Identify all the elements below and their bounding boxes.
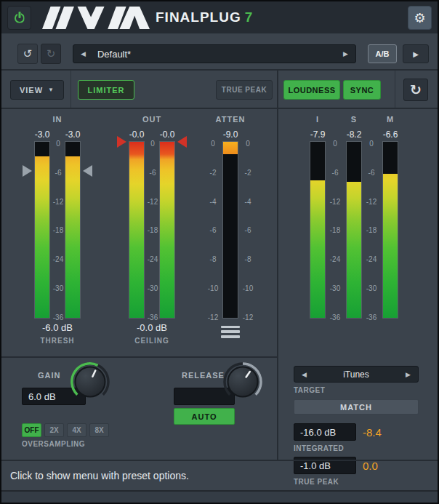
in-meter-right: [65, 142, 80, 318]
next-target-icon[interactable]: ▶: [406, 371, 411, 378]
scale-tick: -12: [241, 313, 255, 321]
view-dropdown[interactable]: VIEW ▼: [10, 80, 64, 100]
limiter-panel: VIEW ▼ LIMITER TRUE PEAK IN -3.0 -3.0: [1, 71, 277, 460]
scale-tick: -12: [363, 198, 380, 206]
scale-tick: -6: [241, 226, 255, 234]
target-name: iTunes: [307, 369, 406, 380]
scale-tick: -36: [144, 313, 161, 321]
in-meter-left: [35, 142, 49, 318]
meter-area: IN -3.0 -3.0 0 -6 -12 -18 -24 -30 -36: [1, 109, 277, 356]
scale-tick: -18: [49, 226, 67, 234]
out-value-left: -0.0: [122, 129, 151, 140]
scale-tick: -36: [363, 313, 380, 321]
next-preset-icon[interactable]: ▶: [343, 50, 348, 57]
ceiling-value: -0.0 dB: [116, 322, 188, 333]
atten-value: -9.0: [216, 129, 245, 140]
atten-meter: [223, 142, 238, 318]
tab-limiter[interactable]: LIMITER: [78, 80, 134, 100]
scale-tick: -30: [49, 284, 67, 292]
scale-tick: -8: [241, 255, 255, 263]
in-meter-scale: 0 -6 -12 -18 -24 -30 -36: [49, 142, 67, 318]
oversampling-2x-button[interactable]: 2X: [44, 423, 64, 437]
preset-name: Default*: [86, 49, 343, 60]
ab-compare-button[interactable]: A/B: [368, 44, 397, 63]
scale-tick: -4: [241, 198, 255, 206]
atten-label: ATTEN: [209, 115, 252, 124]
ceiling-label: CEILING: [116, 337, 188, 345]
release-knob[interactable]: [223, 362, 262, 401]
integrated-target-field[interactable]: -16.0 dB: [294, 423, 356, 441]
scale-tick: -24: [363, 255, 380, 263]
scale-tick: -10: [241, 284, 255, 292]
meter-unlit: [65, 142, 80, 156]
thresh-handle-left[interactable]: [23, 165, 32, 177]
page-title: FINALPLUG7: [156, 9, 253, 25]
tab-true-peak[interactable]: TRUE PEAK: [216, 80, 273, 100]
scale-tick: -30: [144, 284, 161, 292]
scale-tick: 0: [144, 140, 161, 148]
scale-tick: 0: [241, 140, 255, 148]
redo-button[interactable]: ↻: [41, 44, 61, 64]
match-button[interactable]: MATCH: [294, 399, 419, 415]
scale-tick: -2: [241, 169, 255, 177]
ceiling-handle-right[interactable]: [177, 136, 187, 148]
oversampling-8x-button[interactable]: 8X: [89, 423, 109, 437]
refresh-button[interactable]: ↻: [403, 79, 428, 101]
preset-bar: ↺ ↻ ◀ Default* ▶ A/B ▶: [1, 33, 438, 71]
thresh-handle-right[interactable]: [83, 165, 92, 177]
gain-knob[interactable]: [71, 362, 110, 401]
status-message: Click to show menu with preset options.: [10, 470, 189, 481]
scale-tick: -2: [206, 169, 220, 177]
short-term-value: -8.2: [339, 129, 368, 140]
scale-tick: -8: [206, 255, 220, 263]
view-label: VIEW: [20, 86, 43, 95]
loudness-panel: LOUDNESS SYNC ↻ I S M -7.9 -8.2 -6.6 0 -…: [278, 71, 438, 460]
in-value-right: -3.0: [58, 129, 87, 140]
meter-unlit: [35, 142, 49, 156]
prev-preset-icon[interactable]: ◀: [81, 50, 86, 57]
power-button[interactable]: [7, 6, 31, 30]
in-label: IN: [36, 115, 79, 124]
scale-tick: -6: [206, 226, 220, 234]
scale-tick: -12: [206, 313, 220, 321]
tab-loudness[interactable]: LOUDNESS: [283, 80, 340, 100]
preset-selector[interactable]: ◀ Default* ▶: [73, 44, 356, 63]
integrated-label: INTEGRATED: [294, 444, 344, 452]
scale-tick: -6: [326, 169, 344, 177]
auto-release-button[interactable]: AUTO: [174, 408, 235, 425]
oversampling-4x-button[interactable]: 4X: [67, 423, 86, 437]
meter-menu-button[interactable]: [220, 323, 241, 340]
control-area: GAIN 6.0 dB RELEASE: [1, 356, 277, 460]
meter-unlit: [347, 142, 361, 182]
oversampling-off-button[interactable]: OFF: [22, 423, 41, 437]
scale-tick: -12: [49, 198, 67, 206]
scale-tick: -4: [206, 198, 220, 206]
sync-button[interactable]: SYNC: [343, 80, 381, 100]
meter-unlit: [383, 142, 398, 174]
status-bar: Click to show menu with preset options.: [1, 460, 438, 490]
main-area: VIEW ▼ LIMITER TRUE PEAK IN -3.0 -3.0: [1, 71, 438, 460]
out-meter-left: [129, 142, 144, 318]
ceiling-handle-left[interactable]: [117, 136, 126, 148]
scale-tick: -30: [363, 284, 380, 292]
loudness-toolbar: LOUDNESS SYNC ↻: [278, 71, 438, 109]
release-label: RELEASE: [182, 371, 225, 380]
scale-tick: -18: [144, 226, 161, 234]
target-selector[interactable]: ◀ iTunes ▶: [294, 366, 419, 383]
title-bar: FINALPLUG7 ⚙: [1, 1, 438, 33]
scale-tick: -6: [144, 169, 161, 177]
scale-tick: -24: [326, 255, 344, 263]
target-label: TARGET: [294, 386, 325, 394]
undo-button[interactable]: ↺: [17, 44, 38, 64]
scale-tick: 0: [326, 140, 344, 148]
toolbar-divider: [395, 71, 395, 108]
power-icon: [14, 12, 25, 24]
play-icon: ▶: [413, 50, 419, 58]
next-button[interactable]: ▶: [403, 44, 429, 63]
settings-button[interactable]: ⚙: [408, 6, 432, 30]
atten-scale-right: 0 -2 -4 -6 -8 -10 -12: [241, 142, 255, 318]
out-meter-scale: 0 -6 -12 -18 -24 -30 -36: [144, 142, 161, 318]
title-text: FINALPLUG: [156, 9, 241, 25]
prev-target-icon[interactable]: ◀: [302, 371, 307, 378]
scale-tick: -6: [49, 169, 67, 177]
